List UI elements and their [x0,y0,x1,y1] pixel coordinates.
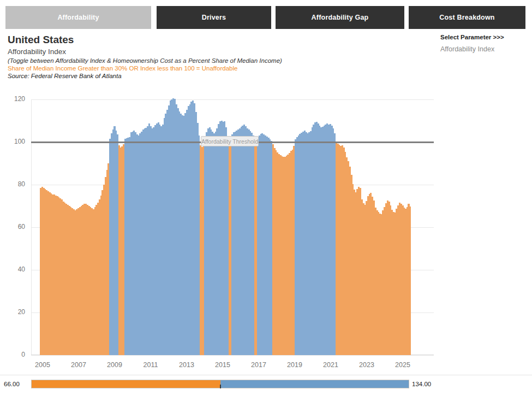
affordability-chart: Affordability Threshold [31,99,434,355]
threshold-tooltip-label: Affordability Threshold [201,138,258,145]
y-tick-label: 80 [4,180,25,188]
page-title: United States [8,34,335,46]
tab-label: Cost Breakdown [439,14,494,21]
y-tick-label: 60 [4,223,25,231]
x-tick-label: 2009 [103,361,127,369]
unaffordable-note: Share of Median Income Greater than 30% … [8,65,335,72]
legend-midpoint-tick [220,385,221,388]
y-tick-label: 0 [4,351,25,358]
x-tick-label: 2017 [247,361,271,369]
legend-max-value: 134.00 [412,381,431,387]
x-tick-label: 2023 [355,361,379,369]
y-tick-label: 100 [4,138,25,145]
y-axis-line [31,99,32,355]
threshold-tooltip: Affordability Threshold [201,136,259,146]
x-tick-label: 2013 [175,361,199,369]
toggle-note: (Toggle between Affordability Index & Ho… [8,57,335,64]
chart-subtitle: Affordability Index [8,48,335,56]
tab-label: Affordability Gap [312,14,369,21]
select-parameter-label: Select Parameter >>> [440,34,528,40]
parameter-value-dropdown[interactable]: Affordability Index [440,45,528,53]
x-tick-label: 2011 [139,361,163,369]
y-tick-label: 40 [4,265,25,273]
legend-low-segment [32,380,220,388]
y-tick-label: 20 [4,308,25,316]
legend-divider [0,375,532,375]
source-note: Source: Federal Reserve Bank of Atlanta [8,73,335,79]
x-tick-label: 2025 [391,361,415,369]
x-tick-label: 2015 [211,361,235,369]
x-tick-label: 2021 [319,361,343,369]
tab-label: Drivers [202,14,226,21]
x-tick-label: 2007 [67,361,91,369]
legend-high-segment [220,380,409,388]
x-tick-label: 2005 [31,361,55,369]
bar[interactable] [409,206,411,355]
parameter-panel: Select Parameter >>> Affordability Index [440,34,528,53]
tab-affordability-gap[interactable]: Affordability Gap [276,6,404,29]
tab-cost-breakdown[interactable]: Cost Breakdown [409,6,525,29]
tab-affordability[interactable]: Affordability [5,6,151,29]
tab-label: Affordability [57,14,99,21]
legend-min-value: 66.00 [4,381,20,387]
y-tick-label: 120 [4,95,25,103]
tab-drivers[interactable]: Drivers [157,6,271,29]
x-tick-label: 2019 [283,361,307,369]
chart-header: United States Affordability Index (Toggl… [8,34,335,79]
